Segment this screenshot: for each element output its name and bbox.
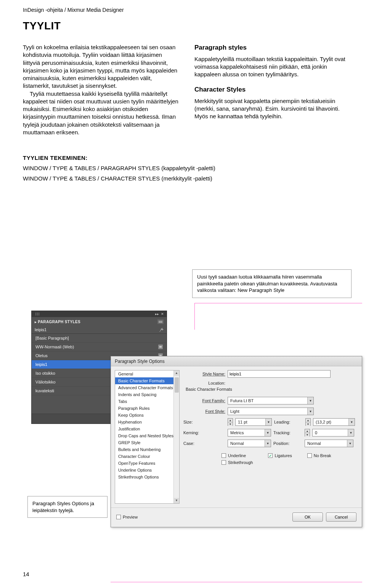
underline-checkbox[interactable]: Underline <box>222 453 253 458</box>
intro-left: Tyyli on kokoelma erilaisia tekstikappal… <box>23 43 179 136</box>
override-icon[interactable]: 𝑓+ <box>160 327 164 332</box>
chevron-down-icon[interactable]: ▼ <box>307 397 313 404</box>
category-list[interactable]: GeneralBasic Character FormatsAdvanced C… <box>115 370 180 504</box>
chevron-down-icon[interactable]: ▼ <box>348 429 354 436</box>
no-break-checkbox[interactable]: No Break <box>307 453 331 458</box>
kerning-label: Kerning: <box>183 430 225 435</box>
size-label: Size: <box>183 420 225 424</box>
chevron-down-icon[interactable]: ▼ <box>265 419 271 425</box>
category-item[interactable]: General <box>115 371 179 377</box>
chevron-down-icon[interactable]: ▼ <box>307 408 313 415</box>
callout-new-style: Uusi tyyli saadaan luotua klikkaamalla h… <box>192 269 352 298</box>
ligatures-checkbox[interactable]: ✓Ligatures <box>268 453 292 458</box>
panel-tab-label: PARAGRAPH STYLES <box>35 320 80 324</box>
size-value: 11 pt <box>236 420 249 424</box>
callout-options: Paragraph Styles Options ja leipätekstin… <box>27 496 108 518</box>
panel-titlebar[interactable]: ▸▸ ✕ <box>32 311 167 317</box>
scroll-down-icon[interactable]: ▼ <box>174 498 179 503</box>
menu-path-2: WINDOW / TYPE & TABLES / CHARACTER STYLE… <box>23 175 351 182</box>
intro-p1: Tyyli on kokoelma erilaisia tekstikappal… <box>23 43 179 90</box>
strikethrough-checkbox[interactable]: Strikethrough <box>222 460 253 465</box>
section-title: Basic Character Formats <box>186 387 356 391</box>
position-combo[interactable]: Normal ▼ <box>305 440 353 447</box>
guide-line <box>111 582 362 582</box>
scroll-thumb[interactable] <box>175 377 179 393</box>
style-item-label: kuvateksti <box>35 388 54 393</box>
options-form: Style Name: Location: Basic Character Fo… <box>183 370 358 504</box>
guide-line <box>194 303 195 330</box>
font-family-combo[interactable]: Futura Lt BT ▼ <box>228 397 314 404</box>
dialog-titlebar[interactable]: Paragraph Style Options <box>111 356 362 366</box>
size-combo[interactable]: 11 pt ▼ <box>235 418 272 426</box>
font-style-combo[interactable]: Light ▼ <box>228 408 314 415</box>
location-label: Location: <box>183 381 225 385</box>
font-family-label: Font Family: <box>183 398 225 403</box>
style-item-label: Väliotsikko <box>35 380 56 384</box>
heading-paragraph-styles: Paragraph styles <box>194 43 351 52</box>
style-name-input[interactable] <box>228 370 331 378</box>
category-item[interactable]: GREP Style <box>115 439 179 446</box>
kerning-value: Metrics <box>228 430 246 435</box>
case-value: Normal <box>228 441 246 446</box>
collapse-icon[interactable]: ▸▸ <box>154 312 160 316</box>
case-label: Case: <box>183 441 225 446</box>
style-item-label: [Basic Paragraph] <box>35 336 69 340</box>
close-icon[interactable]: ✕ <box>160 312 165 316</box>
ok-button[interactable]: OK <box>292 512 323 522</box>
current-style-row: leipis1 𝑓+ <box>32 325 167 334</box>
category-item[interactable]: Tabs <box>115 398 179 405</box>
style-name-label: Style Name: <box>183 372 225 376</box>
leading-combo[interactable]: (13,2 pt) ▼ <box>313 418 355 426</box>
current-style-label: leipis1 <box>35 327 47 332</box>
category-item[interactable]: Advanced Character Formats <box>115 384 179 391</box>
guide-line <box>194 303 362 303</box>
preview-checkbox[interactable]: Preview <box>116 515 138 519</box>
scroll-up-icon[interactable]: ▲ <box>174 371 179 376</box>
dialog-title: Paragraph Style Options <box>115 359 165 364</box>
subheading-tyylien: TYYLIEN TEKEMINEN: <box>23 155 351 161</box>
doc-header: InDesign -ohjeita / Mixmur Media Designe… <box>23 7 351 13</box>
scrollbar[interactable]: ▲ ▼ <box>173 371 179 503</box>
font-style-label: Font Style: <box>183 409 225 414</box>
leading-value: (13,2 pt) <box>313 420 334 424</box>
panel-tab[interactable]: PARAGRAPH STYLES <box>32 317 167 325</box>
position-value: Normal <box>305 441 323 446</box>
leading-stepper[interactable]: ▲▼ <box>305 418 311 426</box>
chevron-down-icon[interactable]: ▼ <box>347 440 353 447</box>
heading-character-styles: Character Styles <box>194 85 351 94</box>
tracking-label: Tracking: <box>273 430 302 435</box>
category-item[interactable]: Paragraph Rules <box>115 405 179 412</box>
chevron-down-icon[interactable]: ▼ <box>348 419 355 425</box>
drag-handle-icon <box>33 313 154 316</box>
tracking-stepper[interactable]: ▲▼ <box>305 429 310 437</box>
cancel-button[interactable]: Cancel <box>326 512 356 522</box>
character-styles-text: Merkkityylit sopivat kappaletta pienempi… <box>194 97 351 121</box>
page-number: 14 <box>23 571 29 577</box>
kerning-combo[interactable]: Metrics ▼ <box>228 429 271 437</box>
panel-menu-icon[interactable] <box>157 319 164 324</box>
category-item[interactable]: Character Colour <box>115 453 179 460</box>
chevron-down-icon[interactable]: ▼ <box>265 429 271 436</box>
category-item[interactable]: Indents and Spacing <box>115 391 179 398</box>
tracking-combo[interactable]: 0 ▼ <box>312 429 354 437</box>
category-item[interactable]: Strikethrough Options <box>115 474 179 480</box>
category-item[interactable]: Hyphenation <box>115 419 179 425</box>
category-item[interactable]: Bullets and Numbering <box>115 446 179 453</box>
case-combo[interactable]: Normal ▼ <box>228 440 271 447</box>
page-title: TYYLIT <box>23 20 351 32</box>
style-item-label: WW-Normaali (Web) <box>35 345 74 349</box>
category-item[interactable]: OpenType Features <box>115 460 179 467</box>
category-item[interactable]: Justification <box>115 425 179 432</box>
category-item[interactable]: Drop Caps and Nested Styles <box>115 432 179 439</box>
style-list-item[interactable]: WW-Normaali (Web) <box>32 343 167 351</box>
intro-right: Paragraph styles Kappaletyyleillä muotoi… <box>194 43 351 136</box>
size-stepper[interactable]: ▲▼ <box>228 418 233 426</box>
style-item-label: leipis1 <box>35 362 47 367</box>
style-list-item[interactable]: [Basic Paragraph] <box>32 334 167 343</box>
category-item[interactable]: Keep Options <box>115 412 179 419</box>
chevron-down-icon[interactable]: ▼ <box>265 440 271 447</box>
intro-p2: Tyyliä muutettaessa kaikki kyseisellä ty… <box>23 90 179 137</box>
category-item[interactable]: Basic Character Formats <box>115 377 179 384</box>
leading-label: Leading: <box>274 420 303 424</box>
category-item[interactable]: Underline Options <box>115 467 179 474</box>
